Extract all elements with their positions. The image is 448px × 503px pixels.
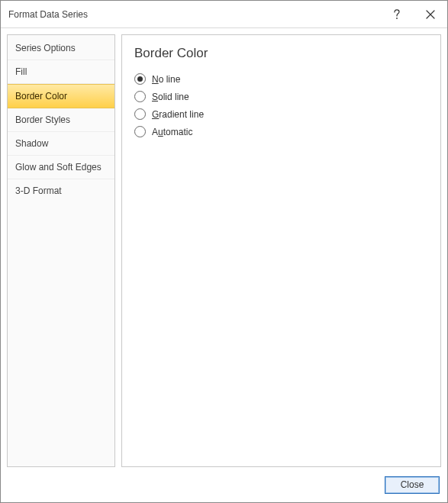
- format-data-series-dialog: Format Data Series Series OptionsFillBor…: [0, 0, 448, 503]
- radio-no-line[interactable]: No line: [134, 70, 428, 88]
- sidebar-item-border-color[interactable]: Border Color: [8, 84, 114, 108]
- sidebar-item-fill[interactable]: Fill: [8, 60, 114, 84]
- sidebar-item-series-options[interactable]: Series Options: [8, 37, 114, 60]
- radio-label: Solid line: [152, 92, 189, 102]
- radio-label: Gradient line: [152, 109, 204, 120]
- sidebar-item-glow-and-soft-edges[interactable]: Glow and Soft Edges: [8, 156, 114, 179]
- close-icon: [426, 10, 435, 19]
- sidebar-item-label: 3-D Format: [15, 185, 62, 196]
- radio-indicator: [134, 73, 146, 85]
- sidebar-item-shadow[interactable]: Shadow: [8, 132, 114, 156]
- help-icon: [393, 9, 401, 20]
- titlebar: Format Data Series: [1, 1, 447, 28]
- category-sidebar: Series OptionsFillBorder ColorBorder Sty…: [7, 34, 115, 467]
- svg-point-0: [396, 18, 398, 19]
- radio-label: No line: [152, 74, 180, 85]
- close-button[interactable]: [414, 1, 447, 28]
- radio-indicator: [134, 108, 146, 120]
- window-title: Format Data Series: [8, 9, 88, 20]
- close-dialog-button[interactable]: Close: [385, 476, 440, 494]
- dialog-footer: Close: [1, 467, 447, 502]
- sidebar-item-label: Fill: [15, 66, 27, 77]
- close-button-label: Close: [401, 479, 424, 490]
- sidebar-item-3-d-format[interactable]: 3-D Format: [8, 179, 114, 202]
- radio-label: Automatic: [152, 127, 192, 137]
- radio-indicator: [134, 126, 146, 137]
- panel-heading: Border Color: [134, 46, 428, 61]
- radio-indicator: [134, 91, 146, 102]
- sidebar-item-label: Border Styles: [15, 114, 70, 125]
- sidebar-item-label: Border Color: [15, 91, 67, 102]
- radio-gradient-line[interactable]: Gradient line: [134, 105, 428, 123]
- sidebar-item-border-styles[interactable]: Border Styles: [8, 108, 114, 132]
- sidebar-item-label: Series Options: [15, 43, 76, 53]
- content-panel: Border Color No lineSolid lineGradient l…: [121, 34, 441, 467]
- sidebar-item-label: Glow and Soft Edges: [15, 162, 102, 173]
- radio-solid-line[interactable]: Solid line: [134, 88, 428, 105]
- help-button[interactable]: [380, 1, 414, 28]
- sidebar-item-label: Shadow: [15, 138, 48, 149]
- border-color-options: No lineSolid lineGradient lineAutomatic: [134, 70, 428, 140]
- dialog-body: Series OptionsFillBorder ColorBorder Sty…: [1, 28, 447, 467]
- window-controls: [380, 1, 447, 28]
- radio-automatic[interactable]: Automatic: [134, 123, 428, 140]
